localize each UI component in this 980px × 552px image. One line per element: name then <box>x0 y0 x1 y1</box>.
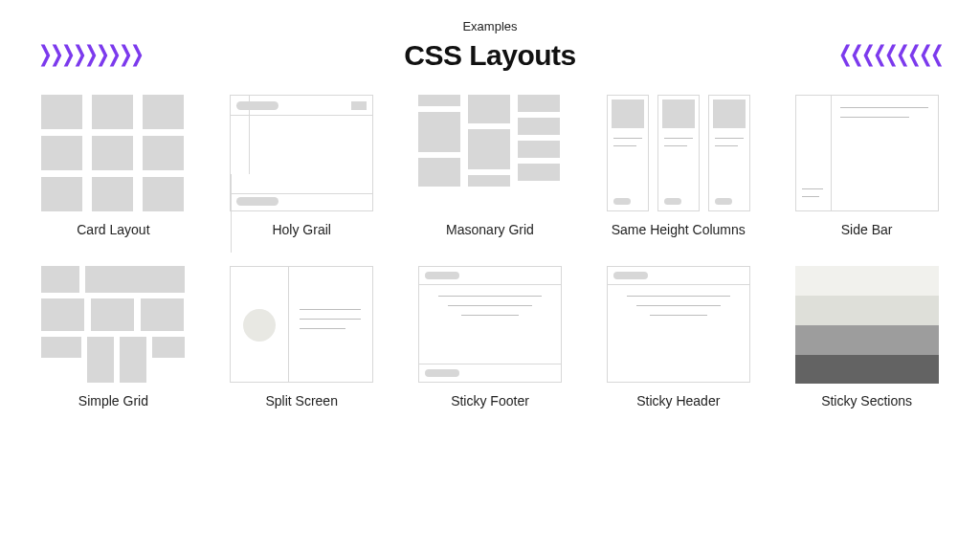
title-row: ❯❯❯❯❯❯❯❯❯ CSS Layouts ❮❮❮❮❮❮❮❮❮ <box>38 39 942 72</box>
thumbnail-same-height-columns <box>607 95 750 211</box>
label-holy-grail: Holy Grail <box>272 221 330 239</box>
page-title: CSS Layouts <box>404 39 576 72</box>
label-sticky-header: Sticky Header <box>636 392 720 410</box>
layout-same-height-columns[interactable]: Same Height Columns <box>603 95 753 239</box>
layout-sticky-header[interactable]: Sticky Header <box>603 266 753 410</box>
chevron-left-icon: ❮❮❮❮❮❮❮❮❮ <box>838 40 942 68</box>
thumbnail-masonry-grid <box>418 95 562 211</box>
layout-card-layout[interactable]: Card Layout <box>38 95 189 239</box>
thumbnail-sticky-header <box>607 266 750 383</box>
layout-grid: Card Layout Holy Grail Masonary Grid <box>38 95 942 410</box>
thumbnail-side-bar <box>795 95 939 211</box>
layout-split-screen[interactable]: Split Screen <box>227 266 377 410</box>
layout-sticky-sections[interactable]: Sticky Sections <box>791 266 942 410</box>
label-sticky-footer: Sticky Footer <box>451 392 529 410</box>
layout-holy-grail[interactable]: Holy Grail <box>227 95 377 239</box>
label-split-screen: Split Screen <box>265 392 337 410</box>
layout-simple-grid[interactable]: Simple Grid <box>38 266 189 410</box>
eyebrow-text: Examples <box>38 19 942 33</box>
label-masonry-grid: Masonary Grid <box>446 221 534 239</box>
label-simple-grid: Simple Grid <box>78 392 148 410</box>
thumbnail-card-layout <box>41 95 185 211</box>
chevron-right-icon: ❯❯❯❯❯❯❯❯❯ <box>38 40 142 68</box>
thumbnail-simple-grid <box>41 266 185 383</box>
thumbnail-holy-grail <box>230 95 373 211</box>
thumbnail-sticky-sections <box>795 266 939 383</box>
label-side-bar: Side Bar <box>841 221 893 239</box>
header: Examples ❯❯❯❯❯❯❯❯❯ CSS Layouts ❮❮❮❮❮❮❮❮❮ <box>38 19 942 72</box>
label-sticky-sections: Sticky Sections <box>821 392 912 410</box>
thumbnail-sticky-footer <box>418 266 562 383</box>
label-same-height-columns: Same Height Columns <box>612 221 746 239</box>
layout-sticky-footer[interactable]: Sticky Footer <box>415 266 566 410</box>
layout-side-bar[interactable]: Side Bar <box>791 95 942 239</box>
thumbnail-split-screen <box>230 266 373 383</box>
label-card-layout: Card Layout <box>77 221 149 239</box>
page: Examples ❯❯❯❯❯❯❯❯❯ CSS Layouts ❮❮❮❮❮❮❮❮❮… <box>0 0 980 420</box>
layout-masonry-grid[interactable]: Masonary Grid <box>415 95 566 239</box>
